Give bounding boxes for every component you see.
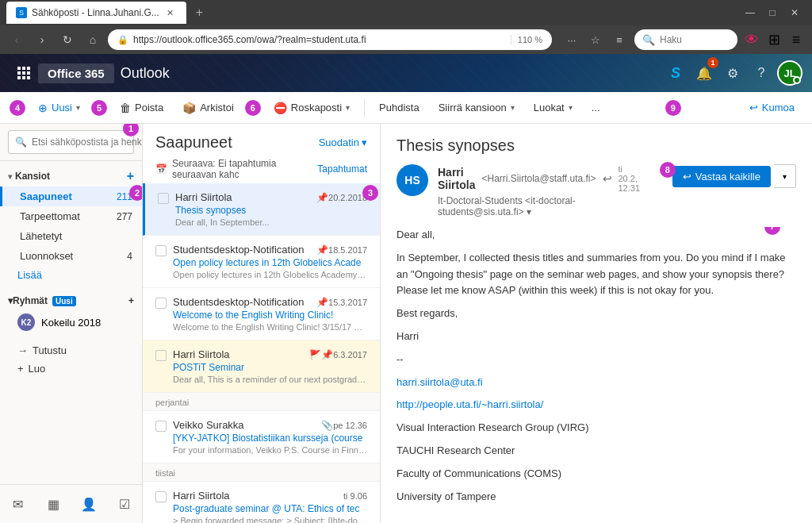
undo-button[interactable]: ↩ Kumoa: [741, 95, 802, 121]
email-item-2[interactable]: Studentsdesktop-Notification 📌 15.3.2017…: [143, 288, 380, 340]
sidebar-item-junk[interactable]: Tarpeettomat 277: [0, 206, 142, 226]
more-tools-button[interactable]: ···: [561, 29, 582, 50]
browser-search-input[interactable]: [660, 34, 723, 45]
move-dropdown-arrow[interactable]: ▾: [511, 103, 515, 112]
sidebar-item-inbox[interactable]: 2 Saapuneet 211: [0, 187, 142, 206]
expand-recipients-icon[interactable]: ▾: [527, 206, 531, 217]
sender-website-link[interactable]: http://people.uta.fi/~harri.siirtola/: [396, 398, 543, 410]
filter-button[interactable]: Suodatin ▾: [319, 137, 367, 148]
archive-button[interactable]: 📦 Arkistoi: [174, 95, 242, 121]
archive-label: Arkistoi: [200, 102, 234, 113]
email-item-1[interactable]: Studentsdesktop-Notification 📌 18.5.2017…: [143, 236, 380, 288]
arrow-right-icon: →: [17, 344, 28, 356]
tab-close-button[interactable]: ✕: [164, 6, 177, 19]
email-list-panel: Saapuneet Suodatin ▾ 📅 Seuraava: Ei tapa…: [143, 124, 381, 523]
nav-tasks-button[interactable]: ☑: [112, 491, 137, 517]
email-item-0[interactable]: 3 Harri Siirtola 📌 20.2.2018 Thesis syno…: [143, 183, 380, 236]
skype-button[interactable]: S: [663, 60, 688, 86]
delete-button[interactable]: 🗑 Poista: [112, 95, 171, 121]
reply-all-button[interactable]: ↩ Vastaa kaikille: [672, 166, 771, 187]
email-body: 7 Dear all, In September, I collected th…: [396, 227, 796, 510]
new-email-button[interactable]: ⊕ Uusi ▾: [30, 95, 88, 121]
new-tab-button[interactable]: +: [191, 6, 208, 20]
junk-dropdown-arrow[interactable]: ▾: [346, 103, 350, 112]
back-button[interactable]: ‹: [6, 29, 27, 50]
add-folder-button[interactable]: +: [127, 169, 134, 183]
reply-small-icon: ↩: [603, 172, 612, 185]
nav-people-button[interactable]: 👤: [76, 491, 102, 517]
group-initials: K2: [21, 318, 32, 327]
events-link[interactable]: Tapahtumat: [317, 163, 367, 175]
extension-icon-1[interactable]: 👁: [742, 30, 761, 49]
forward-button[interactable]: ›: [32, 29, 52, 50]
app-header: 10 Office 365 Outlook S 🔔 1 ⚙ ? JL: [0, 54, 812, 92]
email-checkbox-3[interactable]: [155, 350, 167, 361]
extension-icon-3[interactable]: ≡: [787, 30, 806, 49]
minimize-button[interactable]: —: [739, 2, 761, 24]
junk-button[interactable]: ⛔ Roskaposti ▾: [266, 95, 358, 121]
email-checkbox-4[interactable]: [155, 421, 167, 432]
sidebar-search-input[interactable]: [32, 137, 143, 148]
search-input-wrapper[interactable]: 🔍: [8, 130, 134, 154]
settings-button[interactable]: ⚙: [720, 60, 745, 86]
reader-mode[interactable]: ≡: [609, 29, 630, 50]
more-folders-link[interactable]: Lisää: [0, 266, 142, 284]
browser-search-box[interactable]: 🔍: [634, 29, 737, 50]
home-button[interactable]: ⌂: [82, 29, 103, 50]
email-checkbox-1[interactable]: [155, 245, 167, 256]
reply-all-dropdown[interactable]: ▾: [774, 164, 796, 188]
sidebar-item-sent[interactable]: Lähetetyt: [0, 226, 142, 246]
email-item-5[interactable]: Harri Siirtola ti 9.06 Post-graduate sem…: [143, 482, 380, 523]
address-input[interactable]: 🔒 https://outlook.office365.com/owa/?rea…: [108, 29, 552, 50]
email-subject-4: [YKY-JATKO] Biostatistiikan kursseja (co…: [173, 433, 367, 444]
body-website-sig[interactable]: http://people.uta.fi/~harri.siirtola/: [396, 397, 796, 413]
discover-link[interactable]: → Tutustu: [8, 341, 134, 360]
categories-button[interactable]: Luokat ▾: [526, 95, 580, 121]
email-subject-3: POSTiT Seminar: [173, 362, 367, 373]
browser-tab[interactable]: S Sähköposti - Linna.Juhani.G... ✕: [6, 2, 186, 24]
sender-email-link[interactable]: harri.siirtola@uta.fi: [396, 376, 483, 388]
folders-header[interactable]: ▾ Kansiot +: [0, 164, 142, 187]
notifications-button[interactable]: 🔔 1: [691, 60, 717, 86]
maximize-button[interactable]: □: [761, 2, 783, 24]
people-icon: 👤: [81, 497, 97, 512]
email-checkbox-0[interactable]: [158, 193, 169, 204]
waffle-menu-button[interactable]: [10, 59, 38, 87]
body-main-text: In September, I collected thesis titles …: [396, 250, 796, 299]
email-checkbox-5[interactable]: [155, 491, 167, 502]
refresh-button[interactable]: ↻: [57, 29, 78, 50]
email-item-4[interactable]: Veikko Surakka 📎 pe 12.36 [YKY-JATKO] Bi…: [143, 411, 380, 463]
email-content-2: Studentsdesktop-Notification 📌 15.3.2017…: [173, 296, 367, 332]
group-avatar: K2: [17, 313, 35, 331]
nav-calendar-button[interactable]: ▦: [40, 491, 66, 517]
date-sep-label-1: perjantai: [155, 398, 189, 407]
more-options-button[interactable]: ...: [584, 95, 608, 121]
move-to-folder-button[interactable]: Siirrä kansioon ▾: [431, 95, 523, 121]
email-sender-3: Harri Siirtola: [173, 348, 309, 360]
office365-link[interactable]: Office 365: [38, 63, 114, 83]
body-email-sig[interactable]: harri.siirtola@uta.fi: [396, 375, 796, 391]
sidebar-item-drafts[interactable]: Luonnokset 4: [0, 246, 142, 266]
extension-icon-2[interactable]: ⊞: [764, 30, 783, 49]
clean-label: Puhdista: [379, 102, 419, 113]
clean-button[interactable]: Puhdista: [371, 95, 427, 121]
mail-icon: ✉: [13, 497, 23, 512]
events-bar[interactable]: 📅 Seuraava: Ei tapahtumia seuraavan kahc…: [143, 155, 380, 183]
junk-folder-label: Tarpeettomat: [20, 210, 80, 222]
groups-header[interactable]: ▾ Ryhmät Uusi +: [0, 290, 142, 310]
bookmark-star[interactable]: ☆: [585, 29, 606, 50]
email-item-3[interactable]: Harri Siirtola 🚩 📌 6.3.2017 POSTiT Semin…: [143, 340, 380, 393]
close-button[interactable]: ✕: [783, 2, 806, 24]
sidebar-item-group-kokeilu[interactable]: K2 Kokeilu 2018: [0, 310, 142, 335]
help-button[interactable]: ?: [749, 60, 774, 86]
user-avatar[interactable]: JL: [777, 60, 802, 86]
date-separator-1: perjantai: [143, 393, 380, 411]
nav-mail-button[interactable]: ✉: [5, 491, 30, 517]
svg-rect-5: [27, 71, 30, 75]
new-dropdown-arrow[interactable]: ▾: [76, 103, 80, 112]
add-group-button[interactable]: +: [128, 295, 134, 306]
categories-dropdown-arrow[interactable]: ▾: [569, 103, 573, 112]
email-checkbox-2[interactable]: [155, 298, 167, 309]
calendar-small-icon: 📅: [155, 163, 167, 175]
create-link[interactable]: + Luo: [8, 360, 134, 378]
